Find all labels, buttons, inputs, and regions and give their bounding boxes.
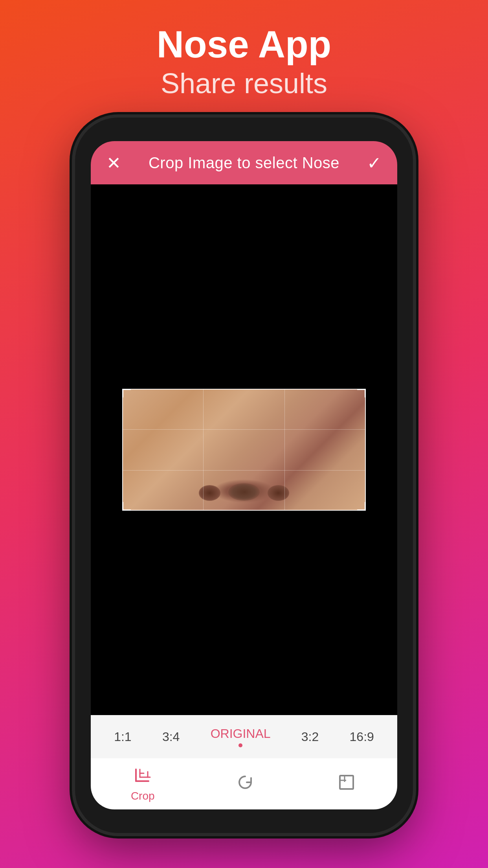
crop-tool-icon [132, 765, 153, 787]
nostril-left [199, 485, 220, 501]
expand-tool-icon [336, 772, 357, 793]
svg-rect-6 [340, 776, 353, 789]
crop-tool[interactable]: Crop [131, 765, 155, 802]
app-header: Nose App Share results [0, 0, 488, 118]
rotate-tool[interactable] [235, 772, 256, 796]
nostril-right [268, 485, 289, 501]
app-title: Nose App [0, 24, 488, 65]
ratio-item-3-2[interactable]: 3:2 [301, 730, 319, 744]
crop-image-container[interactable] [122, 389, 366, 511]
rotate-tool-icon [235, 772, 256, 793]
ratio-item-3-4[interactable]: 3:4 [162, 730, 180, 744]
phone-frame: ✕ Crop Image to select Nose ✓ [75, 118, 413, 833]
phone-screen: ✕ Crop Image to select Nose ✓ [91, 141, 397, 809]
crop-tool-label: Crop [131, 790, 155, 802]
nose-image [122, 389, 366, 511]
ratio-item-1-1[interactable]: 1:1 [114, 730, 131, 744]
crop-toolbar: ✕ Crop Image to select Nose ✓ [91, 141, 397, 184]
ratio-active-dot [238, 743, 242, 747]
confirm-icon[interactable]: ✓ [367, 153, 382, 173]
toolbar-title: Crop Image to select Nose [149, 154, 339, 172]
crop-area [91, 184, 397, 715]
close-icon[interactable]: ✕ [106, 153, 121, 173]
ratio-item-16-9[interactable]: 16:9 [350, 730, 374, 744]
ratio-bar: 1:1 3:4 ORIGINAL 3:2 16:9 [91, 715, 397, 758]
app-subtitle: Share results [0, 65, 488, 102]
expand-tool[interactable] [336, 772, 357, 796]
ratio-item-original[interactable]: ORIGINAL [211, 726, 271, 747]
bottom-toolbar: Crop [91, 758, 397, 809]
